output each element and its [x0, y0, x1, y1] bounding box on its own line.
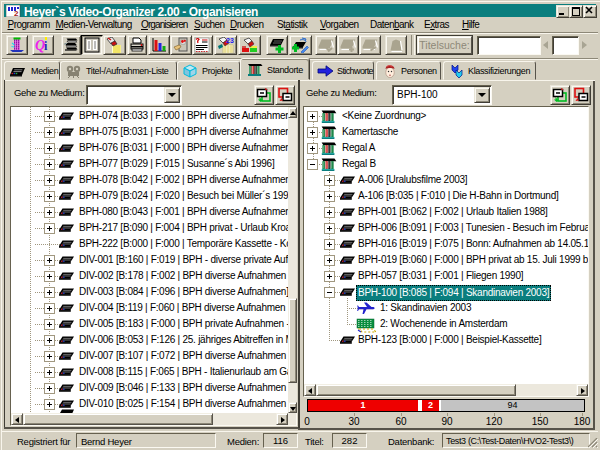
svg-text:i: i — [44, 39, 48, 53]
svg-text:2: 2 — [14, 9, 19, 17]
svg-text:23: 23 — [226, 37, 234, 44]
